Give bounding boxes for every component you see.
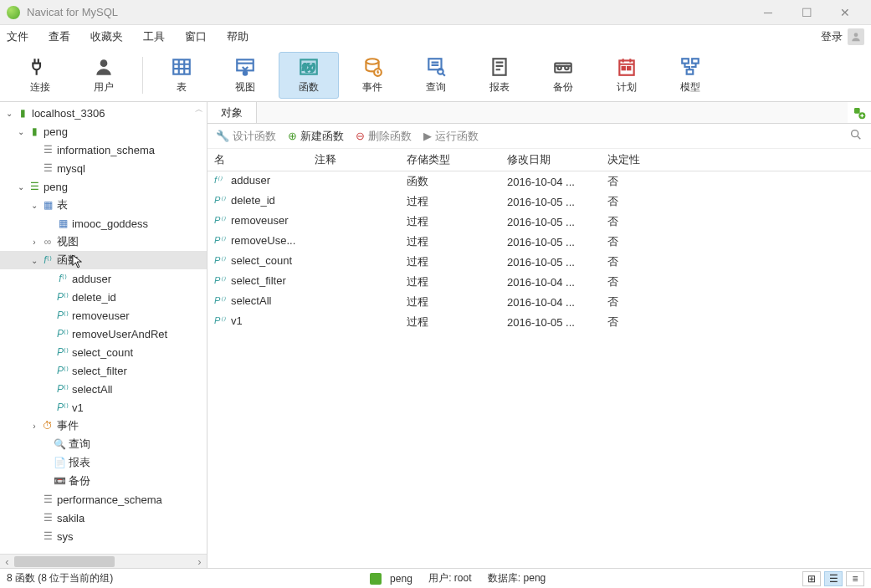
col-name[interactable]: 名: [208, 149, 308, 171]
tree-fn-select-count[interactable]: P⁽⁾select_count: [0, 343, 207, 361]
connection-tree[interactable]: ︿ ⌄▮localhost_3306 ⌄▮peng ☰information_s…: [0, 102, 207, 554]
menu-file[interactable]: 文件: [7, 29, 28, 44]
tree-fn-removeuser[interactable]: P⁽⁾removeuser: [0, 306, 207, 325]
row-storage: 过程: [400, 212, 500, 232]
table-row[interactable]: P⁽⁾v1过程2016-10-05 ...否: [208, 312, 871, 332]
statusbar: 8 函数 (8 位于当前的组) peng 用户: root 数据库: peng …: [0, 568, 871, 588]
view-grid-icon[interactable]: ⊞: [802, 571, 821, 586]
tree-fn-select-filter[interactable]: P⁽⁾select_filter: [0, 361, 207, 380]
new-function-button[interactable]: ⊕新建函数: [288, 129, 344, 144]
toolbar-user[interactable]: 用户: [74, 52, 134, 99]
col-modified[interactable]: 修改日期: [500, 149, 601, 171]
tab-objects[interactable]: 对象: [208, 102, 257, 123]
toolbar-view[interactable]: 视图: [215, 52, 275, 99]
object-grid[interactable]: 名 注释 存储类型 修改日期 决定性 f⁽⁾adduser函数2016-10-0…: [208, 149, 871, 568]
login-button[interactable]: 登录: [821, 28, 864, 45]
tab-add-button[interactable]: [848, 102, 871, 123]
tree-hscrollbar[interactable]: ‹ ›: [0, 554, 207, 568]
row-name: removeuser: [231, 214, 289, 227]
menu-favorites[interactable]: 收藏夹: [90, 29, 123, 44]
tree-fn-v1[interactable]: P⁽⁾v1: [0, 398, 207, 417]
search-button[interactable]: [849, 128, 863, 144]
content-area: 对象 🔧设计函数 ⊕新建函数 ⊖删除函数 ▶运行函数 名 注释 存储类型 修改: [208, 102, 871, 568]
tree-functions-group[interactable]: ⌄f⁽⁾函数: [0, 251, 207, 269]
svg-point-23: [852, 130, 858, 137]
tree-queries-group[interactable]: 🔍查询: [0, 435, 207, 453]
tree-fn-removeuserandret[interactable]: P⁽⁾removeUserAndRet: [0, 325, 207, 343]
tree-views-group[interactable]: ›∞视图: [0, 233, 207, 251]
delete-function-button[interactable]: ⊖删除函数: [356, 129, 412, 144]
menu-tools[interactable]: 工具: [143, 29, 165, 44]
tree-backups-group[interactable]: 📼备份: [0, 472, 207, 490]
toolbar-query[interactable]: 查询: [406, 52, 466, 99]
close-button[interactable]: ✕: [826, 0, 864, 25]
tree-reports-group[interactable]: 📄报表: [0, 453, 207, 472]
col-determinism[interactable]: 决定性: [601, 149, 871, 171]
event-icon: [361, 55, 384, 79]
tree-tables-group[interactable]: ⌄▦表: [0, 196, 207, 214]
row-modified: 2016-10-05 ...: [500, 312, 601, 332]
row-comment: [308, 312, 400, 332]
toolbar-model[interactable]: 模型: [660, 52, 720, 99]
scroll-right-icon[interactable]: ›: [192, 555, 207, 569]
maximize-button[interactable]: ☐: [787, 0, 826, 25]
row-name: delete_id: [231, 194, 275, 207]
tree-db-peng-top[interactable]: ⌄▮peng: [0, 122, 207, 141]
menu-help[interactable]: 帮助: [227, 29, 248, 44]
search-icon: [849, 128, 863, 141]
query-icon: [424, 55, 448, 79]
table-row[interactable]: P⁽⁾selectAll过程2016-10-04 ...否: [208, 292, 871, 312]
col-comment[interactable]: 注释: [308, 149, 400, 171]
tree-db-peng[interactable]: ⌄☰peng: [0, 177, 207, 196]
toolbar-connect[interactable]: 连接: [10, 52, 70, 99]
status-db: peng: [390, 573, 412, 585]
row-determinism: 否: [601, 192, 871, 212]
row-storage: 过程: [400, 232, 500, 252]
toolbar-table[interactable]: 表: [151, 52, 212, 99]
tree-db-performance-schema[interactable]: ☰performance_schema: [0, 490, 207, 509]
run-function-button[interactable]: ▶运行函数: [423, 129, 479, 144]
table-row[interactable]: f⁽⁾adduser函数2016-10-04 ...否: [208, 171, 871, 192]
row-comment: [308, 292, 400, 312]
table-row[interactable]: P⁽⁾select_count过程2016-10-05 ...否: [208, 252, 871, 272]
row-storage: 过程: [400, 272, 500, 292]
toolbar-plan[interactable]: 计划: [597, 52, 657, 99]
tree-scroll-up-icon[interactable]: ︿: [195, 104, 203, 115]
row-modified: 2016-10-05 ...: [500, 212, 601, 232]
tree-fn-delete-id[interactable]: P⁽⁾delete_id: [0, 288, 207, 306]
procedure-icon: P⁽⁾: [214, 315, 228, 326]
svg-rect-17: [628, 67, 630, 69]
tree-connection[interactable]: ⌄▮localhost_3306: [0, 104, 207, 122]
design-function-button[interactable]: 🔧设计函数: [216, 129, 276, 144]
tree-db-information-schema[interactable]: ☰information_schema: [0, 141, 207, 159]
procedure-icon: P⁽⁾: [214, 215, 228, 226]
table-row[interactable]: P⁽⁾removeuser过程2016-10-05 ...否: [208, 212, 871, 232]
toolbar-event[interactable]: 事件: [342, 52, 402, 99]
row-comment: [308, 171, 400, 192]
row-modified: 2016-10-04 ...: [500, 171, 601, 192]
tree-db-sys[interactable]: ☰sys: [0, 527, 207, 545]
view-list-icon[interactable]: ☰: [824, 571, 843, 586]
toolbar-backup[interactable]: 备份: [533, 52, 593, 99]
col-storage[interactable]: 存储类型: [400, 149, 500, 171]
toolbar-report[interactable]: 报表: [469, 52, 530, 99]
tree-db-mysql[interactable]: ☰mysql: [0, 159, 207, 177]
tree-table-imooc[interactable]: ▦imooc_goddess: [0, 214, 207, 233]
view-detail-icon[interactable]: ≡: [846, 571, 864, 586]
scroll-left-icon[interactable]: ‹: [0, 555, 14, 569]
sidebar: ︿ ⌄▮localhost_3306 ⌄▮peng ☰information_s…: [0, 102, 208, 568]
menubar: 文件 查看 收藏夹 工具 窗口 帮助 登录: [0, 25, 871, 49]
toolbar-function[interactable]: f(x) 函数: [279, 52, 339, 99]
function-icon: f⁽⁾: [214, 175, 228, 186]
tree-db-sakila[interactable]: ☰sakila: [0, 509, 207, 527]
table-row[interactable]: P⁽⁾select_filter过程2016-10-04 ...否: [208, 272, 871, 292]
table-row[interactable]: P⁽⁾delete_id过程2016-10-05 ...否: [208, 192, 871, 212]
minimize-button[interactable]: ─: [749, 0, 787, 25]
table-row[interactable]: P⁽⁾removeUse...过程2016-10-05 ...否: [208, 232, 871, 252]
tree-events-group[interactable]: ›⏱事件: [0, 417, 207, 435]
tree-fn-selectall[interactable]: P⁽⁾selectAll: [0, 380, 207, 398]
tree-fn-adduser[interactable]: f⁽⁾adduser: [0, 269, 207, 288]
menu-window[interactable]: 窗口: [185, 29, 207, 44]
menu-view[interactable]: 查看: [49, 29, 70, 44]
scroll-thumb[interactable]: [14, 556, 115, 567]
